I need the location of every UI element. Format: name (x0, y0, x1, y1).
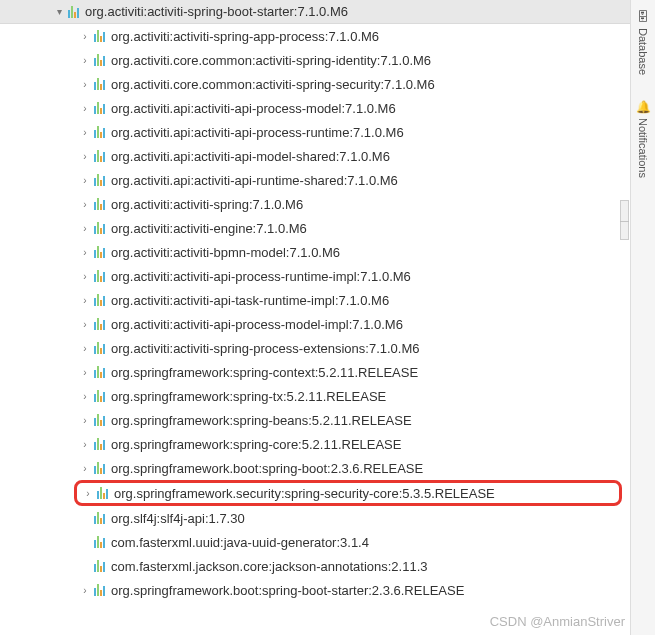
highlighted-dependency: ›org.springframework.security:spring-sec… (74, 480, 622, 506)
tree-child-row[interactable]: ›org.activiti:activiti-engine:7.1.0.M6 (0, 216, 630, 240)
library-icon (94, 270, 105, 282)
tree-child-row[interactable]: ›org.activiti.api:activiti-api-process-m… (0, 96, 630, 120)
library-icon (94, 246, 105, 258)
chevron-right-icon[interactable]: › (78, 463, 92, 474)
library-icon (94, 512, 105, 524)
right-tool-sidebar: 🗄 Database 🔔 Notifications (630, 0, 655, 635)
children-container: ›org.activiti:activiti-spring-app-proces… (0, 24, 630, 602)
tree-node-label: org.activiti:activiti-api-process-runtim… (111, 269, 411, 284)
chevron-right-icon[interactable]: › (78, 55, 92, 66)
tree-node-label: org.springframework:spring-beans:5.2.11.… (111, 413, 412, 428)
library-icon (94, 390, 105, 402)
library-icon (94, 462, 105, 474)
chevron-right-icon[interactable]: › (78, 271, 92, 282)
chevron-right-icon[interactable]: › (78, 415, 92, 426)
library-icon (94, 30, 105, 42)
tree-child-row[interactable]: ›org.activiti.api:activiti-api-model-sha… (0, 144, 630, 168)
library-icon (94, 366, 105, 378)
tree-child-row[interactable]: ›org.activiti.core.common:activiti-sprin… (0, 48, 630, 72)
tree-node-label: org.activiti:activiti-spring:7.1.0.M6 (111, 197, 303, 212)
chevron-right-icon[interactable]: › (78, 79, 92, 90)
sidebar-tab-notifications[interactable]: 🔔 Notifications (636, 100, 651, 178)
library-icon (94, 174, 105, 186)
tree-child-row[interactable]: ›org.springframework:spring-context:5.2.… (0, 360, 630, 384)
chevron-right-icon[interactable]: › (78, 175, 92, 186)
library-icon (94, 294, 105, 306)
tree-node-label: com.fasterxml.jackson.core:jackson-annot… (111, 559, 428, 574)
tree-node-label: org.activiti:activiti-bpmn-model:7.1.0.M… (111, 245, 340, 260)
tree-child-row[interactable]: ›com.fasterxml.uuid:java-uuid-generator:… (0, 530, 630, 554)
panel-collapse-handle[interactable]: — (620, 200, 629, 240)
chevron-right-icon[interactable]: › (78, 295, 92, 306)
tree-node-label: org.springframework:spring-context:5.2.1… (111, 365, 418, 380)
tree-child-row[interactable]: ›org.springframework.security:spring-sec… (77, 481, 495, 505)
tree-child-row[interactable]: ›org.springframework.boot:spring-boot-st… (0, 578, 630, 602)
library-icon (94, 560, 105, 572)
chevron-right-icon[interactable]: › (78, 151, 92, 162)
chevron-right-icon[interactable]: › (78, 199, 92, 210)
tree-node-label: org.activiti:activiti-spring-app-process… (111, 29, 379, 44)
tree-node-label: org.springframework:spring-tx:5.2.11.REL… (111, 389, 386, 404)
tree-child-row[interactable]: ›org.springframework:spring-core:5.2.11.… (0, 432, 630, 456)
chevron-right-icon[interactable]: › (78, 319, 92, 330)
library-icon (94, 584, 105, 596)
tree-child-row[interactable]: ›org.activiti:activiti-spring-process-ex… (0, 336, 630, 360)
tree-node-label: org.springframework.boot:spring-boot:2.3… (111, 461, 423, 476)
library-icon (94, 102, 105, 114)
tree-node-label: org.activiti.api:activiti-api-process-mo… (111, 101, 396, 116)
chevron-right-icon[interactable]: › (78, 31, 92, 42)
library-icon (94, 54, 105, 66)
tree-child-row[interactable]: ›org.springframework:spring-tx:5.2.11.RE… (0, 384, 630, 408)
tree-child-row[interactable]: ›org.springframework.boot:spring-boot:2.… (0, 456, 630, 480)
sidebar-tab-database[interactable]: 🗄 Database (637, 10, 649, 75)
library-icon (94, 150, 105, 162)
chevron-right-icon[interactable]: › (78, 247, 92, 258)
dependency-tree: ▾ org.activiti:activiti-spring-boot-star… (0, 0, 630, 635)
tree-node-label: org.activiti.core.common:activiti-spring… (111, 77, 435, 92)
chevron-right-icon[interactable]: › (78, 367, 92, 378)
tree-node-label: org.springframework:spring-core:5.2.11.R… (111, 437, 401, 452)
sidebar-tab-label: Notifications (637, 118, 649, 178)
library-icon (94, 198, 105, 210)
tree-node-label: org.activiti.core.common:activiti-spring… (111, 53, 431, 68)
tree-node-label: org.activiti.api:activiti-api-model-shar… (111, 149, 390, 164)
tree-node-label: org.activiti.api:activiti-api-process-ru… (111, 125, 404, 140)
library-icon (94, 222, 105, 234)
library-icon (94, 126, 105, 138)
chevron-right-icon[interactable]: › (78, 343, 92, 354)
chevron-right-icon[interactable]: › (78, 127, 92, 138)
library-icon (94, 414, 105, 426)
chevron-right-icon[interactable]: › (78, 103, 92, 114)
chevron-down-icon[interactable]: ▾ (52, 6, 66, 17)
tree-child-row[interactable]: ›org.slf4j:slf4j-api:1.7.30 (0, 506, 630, 530)
tree-child-row[interactable]: ›org.activiti:activiti-spring:7.1.0.M6 (0, 192, 630, 216)
tree-node-label: com.fasterxml.uuid:java-uuid-generator:3… (111, 535, 369, 550)
chevron-right-icon[interactable]: › (78, 223, 92, 234)
tree-child-row[interactable]: ›com.fasterxml.jackson.core:jackson-anno… (0, 554, 630, 578)
tree-node-label: org.activiti:activiti-engine:7.1.0.M6 (111, 221, 307, 236)
tree-child-row[interactable]: ›org.activiti:activiti-spring-app-proces… (0, 24, 630, 48)
chevron-right-icon[interactable]: › (78, 585, 92, 596)
tree-node-label: org.springframework.boot:spring-boot-sta… (111, 583, 464, 598)
tree-child-row[interactable]: ›org.activiti:activiti-api-process-runti… (0, 264, 630, 288)
tree-root-row[interactable]: ▾ org.activiti:activiti-spring-boot-star… (0, 0, 630, 24)
library-icon (68, 6, 79, 18)
tree-node-label: org.activiti:activiti-api-task-runtime-i… (111, 293, 389, 308)
tree-child-row[interactable]: ›org.activiti.core.common:activiti-sprin… (0, 72, 630, 96)
database-icon: 🗄 (637, 10, 649, 24)
tree-child-row[interactable]: ›org.activiti.api:activiti-api-runtime-s… (0, 168, 630, 192)
tree-child-row[interactable]: ›org.springframework:spring-beans:5.2.11… (0, 408, 630, 432)
tree-node-label: org.activiti:activiti-spring-boot-starte… (85, 4, 348, 19)
library-icon (94, 318, 105, 330)
tree-node-label: org.springframework.security:spring-secu… (114, 486, 495, 501)
tree-child-row[interactable]: ›org.activiti:activiti-api-task-runtime-… (0, 288, 630, 312)
tree-child-row[interactable]: ›org.activiti.api:activiti-api-process-r… (0, 120, 630, 144)
library-icon (94, 78, 105, 90)
library-icon (94, 342, 105, 354)
tree-child-row[interactable]: ›org.activiti:activiti-api-process-model… (0, 312, 630, 336)
chevron-right-icon[interactable]: › (78, 439, 92, 450)
tree-node-label: org.slf4j:slf4j-api:1.7.30 (111, 511, 245, 526)
chevron-right-icon[interactable]: › (78, 391, 92, 402)
chevron-right-icon[interactable]: › (81, 488, 95, 499)
tree-child-row[interactable]: ›org.activiti:activiti-bpmn-model:7.1.0.… (0, 240, 630, 264)
